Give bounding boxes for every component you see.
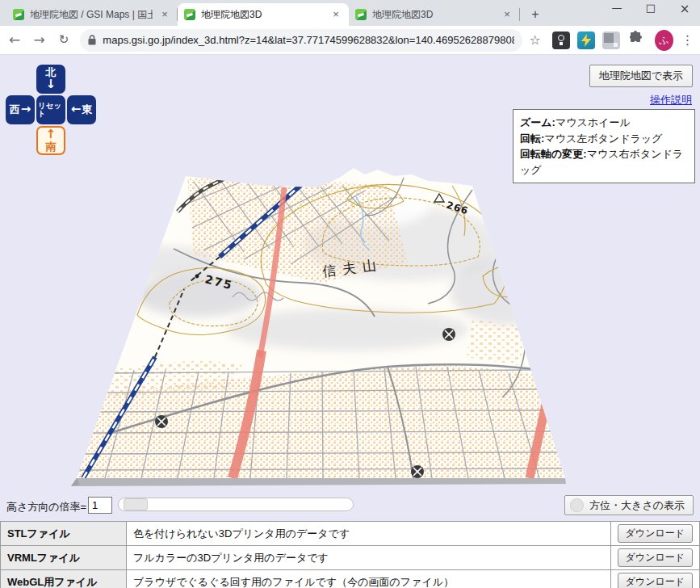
extensions-puzzle-icon[interactable] — [627, 31, 647, 50]
up-arrow-icon: ↑ — [46, 128, 57, 141]
left-arrow-icon: ← — [71, 103, 82, 116]
hint-text: マウス左ボタンドラッグ — [544, 132, 662, 145]
address-bar[interactable]: maps.gsi.go.jp/index_3d.html?z=14&lat=37… — [80, 29, 522, 52]
tab-gsi-maps[interactable]: 地理院地図 / GSI Maps | 国土地 × — [6, 3, 178, 26]
height-scale-input[interactable] — [88, 497, 112, 514]
tab-title: 地理院地図3D — [372, 8, 495, 22]
lock-icon — [88, 35, 96, 45]
map-3d-view[interactable]: 信夫山 275 266 — [0, 153, 700, 493]
tab-close-icon[interactable]: × — [158, 8, 171, 21]
rotate-north-button[interactable]: 北 ↓ — [36, 65, 65, 94]
new-tab-button[interactable]: + — [525, 4, 546, 25]
rotate-east-button[interactable]: ← 東 — [67, 95, 96, 124]
file-desc-cell: 色を付けられない3Dプリンタ用のデータです — [127, 522, 611, 546]
browser-window: 地理院地図 / GSI Maps | 国土地 × 地理院地図3D × 地理院地図… — [0, 0, 700, 588]
table-row: VRMLファイル フルカラーの3Dプリンタ用のデータです ダウンロード — [1, 546, 700, 570]
gsi-favicon-icon — [13, 9, 24, 20]
tab-close-icon[interactable]: × — [501, 8, 513, 21]
gsi-favicon-icon — [184, 9, 195, 20]
rotate-west-button[interactable]: 西 → — [6, 95, 35, 124]
reset-label: リセット — [38, 102, 64, 118]
extension-lightbulb-icon[interactable] — [552, 32, 570, 49]
orientation-size-button[interactable]: 方位・大きさの表示 — [564, 495, 694, 515]
download-vrml-button[interactable]: ダウンロード — [618, 548, 693, 567]
download-stl-button[interactable]: ダウンロード — [618, 524, 693, 543]
hint-label: 回転: — [520, 132, 544, 145]
window-minimize-button[interactable]: — — [606, 2, 627, 16]
radio-indicator-icon — [570, 498, 584, 512]
reload-button[interactable]: ↻ — [54, 29, 73, 52]
tab-gsi-3d-active[interactable]: 地理院地図3D × — [178, 3, 349, 26]
forward-button[interactable]: → — [29, 29, 48, 52]
right-arrow-icon: → — [21, 103, 31, 116]
profile-avatar[interactable]: ふ — [655, 30, 673, 51]
table-row: STLファイル 色を付けられない3Dプリンタ用のデータです ダウンロード — [1, 522, 700, 546]
slider-thumb[interactable] — [124, 498, 148, 510]
browser-menu-icon[interactable]: ⋮ — [680, 30, 695, 51]
table-row: WebGL用ファイル ブラウザでぐるぐる回す用のファイルです（今の画面のファイル… — [1, 570, 700, 588]
file-desc-cell: フルカラーの3Dプリンタ用のデータです — [127, 546, 611, 570]
rotate-south-button[interactable]: ↑ 南 — [36, 126, 65, 155]
help-link[interactable]: 操作説明 — [650, 93, 692, 107]
file-type-cell: VRMLファイル — [1, 546, 127, 570]
down-arrow-icon: ↓ — [46, 78, 57, 91]
tab-strip: 地理院地図 / GSI Maps | 国土地 × 地理院地図3D × 地理院地図… — [0, 0, 700, 26]
download-files-table: STLファイル 色を付けられない3Dプリンタ用のデータです ダウンロード VRM… — [0, 521, 700, 588]
open-gsi-maps-button[interactable]: 地理院地図で表示 — [589, 65, 693, 87]
terrain-side-face — [71, 478, 566, 486]
tab-close-icon[interactable]: × — [329, 8, 342, 21]
extension-lightning-icon[interactable] — [577, 32, 595, 49]
height-scale-slider[interactable] — [118, 498, 354, 511]
height-scale-controls: 高さ方向の倍率= 方位・大きさの表示 — [0, 495, 700, 518]
rotation-controls: 北 ↓ 西 → リセット ← 東 ↑ 南 — [0, 55, 105, 160]
download-webgl-button[interactable]: ダウンロード — [618, 573, 693, 588]
hint-text: マウスホイール — [555, 116, 631, 128]
hint-label: ズーム: — [520, 116, 555, 128]
reset-view-button[interactable]: リセット — [36, 95, 65, 124]
gsi-favicon-icon — [355, 9, 367, 20]
height-scale-label: 高さ方向の倍率= — [6, 500, 86, 514]
window-close-button[interactable]: × — [674, 2, 695, 16]
window-maximize-button[interactable]: □ — [640, 2, 661, 16]
file-desc-cell: ブラウザでぐるぐる回す用のファイルです（今の画面のファイル） — [127, 570, 611, 588]
file-type-cell: WebGL用ファイル — [1, 570, 127, 588]
tab-title: 地理院地図 / GSI Maps | 国土地 — [30, 8, 153, 22]
gsi-3d-page: 北 ↓ 西 → リセット ← 東 ↑ 南 地理院地図で表示 操作説明 ズーム:マ… — [0, 55, 700, 588]
east-label: 東 — [82, 104, 92, 116]
url-text: maps.gsi.go.jp/index_3d.html?z=14&lat=37… — [103, 34, 514, 46]
tab-gsi-3d-2[interactable]: 地理院地図3D × — [349, 3, 520, 26]
extension-gray-icon[interactable] — [602, 32, 620, 49]
south-label: 南 — [46, 141, 57, 153]
tab-title: 地理院地図3D — [201, 8, 324, 22]
west-label: 西 — [10, 104, 20, 116]
orientation-button-label: 方位・大きさの表示 — [589, 498, 685, 513]
file-type-cell: STLファイル — [1, 522, 127, 546]
back-button[interactable]: ← — [5, 29, 24, 52]
browser-toolbar: ← → ↻ maps.gsi.go.jp/index_3d.html?z=14&… — [0, 26, 700, 55]
bookmark-star-icon[interactable]: ☆ — [526, 30, 544, 51]
